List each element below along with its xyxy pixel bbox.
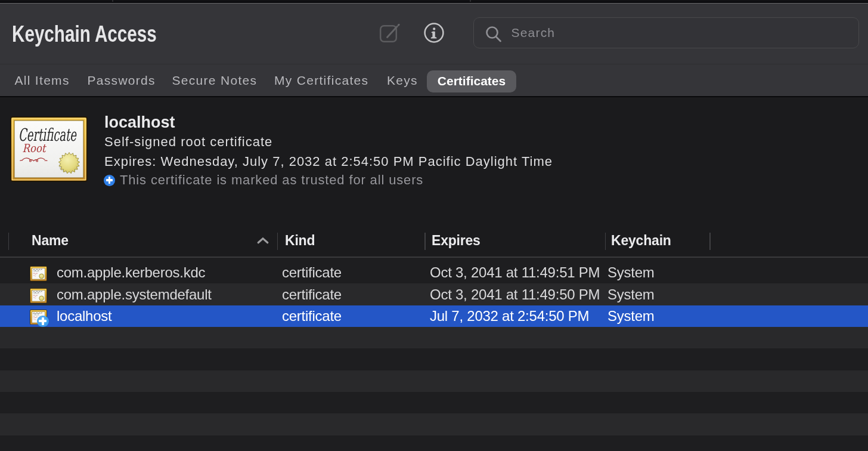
cell-keychain: System — [607, 283, 655, 305]
category-tabbar: All ItemsPasswordsSecure NotesMy Certifi… — [0, 65, 868, 97]
empty-row[interactable] — [0, 435, 868, 451]
column-divider[interactable] — [277, 233, 278, 251]
svg-text:Root: Root — [23, 141, 47, 155]
cell-kind: certificate — [282, 305, 342, 327]
search-field[interactable]: Search — [473, 17, 860, 48]
cell-expires: Oct 3, 2041 at 11:49:51 PM — [430, 262, 600, 283]
cell-expires: Oct 3, 2041 at 11:49:50 PM — [430, 283, 600, 305]
table-row-localhost[interactable]: localhost certificate Jul 7, 2032 at 2:5… — [0, 305, 868, 327]
certificate-expiry: Expires: Wednesday, July 7, 2032 at 2:54… — [104, 155, 553, 169]
compose-icon — [378, 22, 402, 45]
column-divider[interactable] — [424, 233, 426, 251]
empty-row[interactable] — [0, 413, 868, 435]
tab-my-certificates[interactable]: My Certificates — [274, 65, 368, 97]
cell-name: com.apple.kerberos.kdc — [57, 262, 205, 283]
tabbar-bottom-border — [0, 96, 868, 97]
certificate-name: localhost — [104, 114, 175, 131]
certificate-small-icon — [30, 266, 47, 282]
cell-keychain: System — [607, 305, 655, 327]
empty-row[interactable] — [0, 392, 868, 413]
tab-passwords[interactable]: Passwords — [88, 65, 156, 97]
trusted-plus-icon — [104, 175, 115, 186]
cell-keychain: System — [607, 262, 655, 283]
certificate-small-icon — [30, 310, 47, 325]
table-top-spacer — [0, 258, 868, 262]
cell-name: localhost — [57, 305, 111, 327]
table-row-com.apple.systemdefault[interactable]: com.apple.systemdefault certificate Oct … — [0, 283, 868, 305]
empty-row[interactable] — [0, 348, 868, 370]
column-divider — [8, 233, 10, 251]
table-row-com.apple.kerberos.kdc[interactable]: com.apple.kerberos.kdc certificate Oct 3… — [0, 262, 868, 283]
column-header-kind[interactable]: Kind — [285, 234, 315, 248]
cell-expires: Jul 7, 2032 at 2:54:50 PM — [430, 305, 589, 327]
get-info-button[interactable] — [421, 20, 447, 45]
tab-keys[interactable]: Keys — [387, 65, 418, 97]
new-certificate-badge-icon — [37, 316, 49, 328]
column-header-name[interactable]: Name — [32, 234, 69, 248]
column-header-expires[interactable]: Expires — [432, 234, 480, 248]
compose-button[interactable] — [378, 22, 402, 45]
tab-all-items[interactable]: All Items — [15, 65, 70, 97]
search-icon — [484, 25, 504, 44]
cell-kind: certificate — [282, 283, 342, 305]
sort-ascending-icon — [256, 237, 269, 245]
tab-secure-notes[interactable]: Secure Notes — [172, 65, 258, 97]
certificate-small-icon — [30, 288, 47, 304]
search-placeholder: Search — [512, 26, 556, 40]
column-divider[interactable] — [605, 233, 606, 251]
certificate-description: Self-signed root certificate — [104, 135, 272, 149]
certificate-table: com.apple.kerberos.kdc certificate Oct 3… — [0, 258, 868, 451]
tab-certificates[interactable]: Certificates — [427, 70, 516, 92]
empty-row[interactable] — [0, 327, 868, 348]
cell-kind: certificate — [282, 262, 342, 283]
certificate-root-icon: Certificate Root — [10, 116, 88, 182]
column-divider[interactable] — [709, 233, 711, 251]
empty-row[interactable] — [0, 370, 868, 392]
info-icon — [421, 20, 447, 45]
window-title: Keychain Access — [12, 22, 157, 46]
column-header-keychain[interactable]: Keychain — [611, 234, 671, 248]
certificate-trust-note: This certificate is marked as trusted fo… — [120, 173, 423, 187]
cell-name: com.apple.systemdefault — [57, 283, 212, 305]
